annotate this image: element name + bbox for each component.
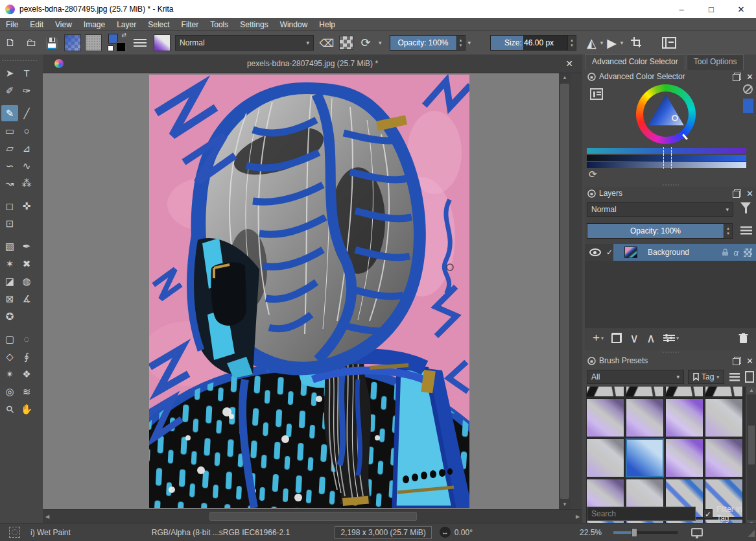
edit-shapes-tool[interactable]: ✐ bbox=[1, 82, 18, 99]
trim-to-image-button[interactable] bbox=[631, 37, 643, 49]
spin-up-icon[interactable]: ▴ bbox=[460, 38, 462, 43]
image-dimensions[interactable]: 2,198 x 3,000 (25.7 MiB) bbox=[335, 526, 431, 539]
layer-properties-button[interactable]: ▾ bbox=[663, 334, 679, 342]
brush-preset-thumbnail[interactable] bbox=[665, 398, 703, 437]
pattern-edit-tool[interactable]: ✶ bbox=[1, 256, 18, 272]
resize-grip[interactable]: ◢ bbox=[748, 527, 755, 538]
brush-preset-thumbnail[interactable] bbox=[586, 398, 624, 437]
saturation-bar[interactable] bbox=[587, 155, 746, 161]
crop-tool[interactable]: ⊡ bbox=[1, 215, 18, 232]
menu-item[interactable]: Help bbox=[313, 18, 341, 31]
duplicate-layer-button[interactable] bbox=[611, 333, 622, 343]
canvas-rotation-value[interactable]: 0.00° bbox=[455, 528, 473, 537]
close-docker-icon[interactable]: ✕ bbox=[746, 189, 753, 198]
menu-item[interactable]: File bbox=[0, 18, 24, 31]
menu-item[interactable]: View bbox=[49, 18, 78, 31]
open-document-button[interactable]: 🗀 bbox=[24, 36, 38, 50]
new-document-button[interactable]: 🗋 bbox=[3, 36, 18, 50]
menu-item[interactable]: Settings bbox=[234, 18, 274, 31]
mirror-vertical-button[interactable]: ▶ bbox=[607, 36, 617, 51]
menu-item[interactable]: Tools bbox=[204, 18, 234, 31]
text-tool[interactable]: T bbox=[18, 65, 35, 81]
chevron-down-icon[interactable]: ▾ bbox=[620, 40, 624, 46]
scroll-up-icon[interactable]: ▲ bbox=[747, 387, 756, 394]
polygon-tool[interactable]: ▱ bbox=[1, 140, 18, 156]
freehand-path-tool[interactable]: ∿ bbox=[18, 158, 35, 174]
menu-item[interactable]: Image bbox=[78, 18, 111, 31]
layer-alpha-inherit-icon[interactable] bbox=[744, 248, 752, 257]
spin-up-icon[interactable]: ▴ bbox=[727, 226, 729, 231]
layer-checked-icon[interactable]: ✓ bbox=[606, 248, 615, 257]
canvas-horizontal-scrollbar[interactable]: ◀ ▶ bbox=[43, 509, 582, 523]
brush-preset-thumbnail[interactable] bbox=[626, 439, 664, 477]
brush-preset-thumbnail[interactable] bbox=[705, 398, 743, 437]
smart-patch-tool[interactable]: ✖ bbox=[18, 256, 35, 272]
document-tab[interactable]: pexels-bdna-2807495.jpg (25.7 MiB) * ✕ bbox=[43, 54, 582, 73]
preserve-alpha-button[interactable] bbox=[339, 36, 353, 50]
brush-preset-thumbnail[interactable] bbox=[665, 387, 703, 397]
gradient-tool[interactable]: ▧ bbox=[1, 238, 18, 254]
value-bar[interactable] bbox=[587, 162, 746, 168]
opacity-slider[interactable]: Opacity: 100% bbox=[390, 35, 457, 51]
layer-alpha-icon[interactable]: α bbox=[734, 248, 738, 258]
layer-row-background[interactable]: ✓ Background α bbox=[585, 244, 756, 261]
magnetic-select-tool[interactable]: ≋ bbox=[18, 383, 35, 400]
minimize-button[interactable]: – bbox=[667, 0, 696, 18]
layer-opacity-spinner[interactable]: ▴ ▾ bbox=[724, 223, 733, 239]
float-docker-icon[interactable] bbox=[733, 73, 741, 81]
refresh-icon[interactable]: ⟳ bbox=[589, 169, 597, 180]
zoom-level-value[interactable]: 22.5% bbox=[580, 528, 602, 537]
lock-icon[interactable] bbox=[587, 357, 596, 365]
brush-settings-button[interactable] bbox=[134, 38, 148, 48]
hscroll-thumb[interactable] bbox=[209, 512, 417, 521]
brush-preset-thumbnail[interactable] bbox=[705, 387, 743, 397]
zoom-slider[interactable] bbox=[613, 531, 678, 534]
foreground-background-colors[interactable]: ⇄ bbox=[108, 34, 126, 52]
float-docker-icon[interactable] bbox=[733, 357, 741, 365]
vscroll-thumb[interactable] bbox=[560, 84, 569, 499]
spin-down-icon[interactable]: ▾ bbox=[571, 43, 573, 48]
scroll-left-icon[interactable]: ◀ bbox=[43, 510, 52, 523]
background-color-swatch[interactable] bbox=[116, 42, 126, 52]
tag-filter-select[interactable]: All ▾ bbox=[587, 370, 684, 384]
layer-name[interactable]: Background bbox=[648, 248, 689, 257]
close-docker-icon[interactable]: ✕ bbox=[746, 72, 753, 82]
similar-select-tool[interactable]: ✴ bbox=[1, 366, 18, 382]
layer-opacity-slider[interactable]: Opacity: 100% bbox=[587, 223, 724, 239]
scroll-down-icon[interactable]: ▼ bbox=[559, 500, 571, 509]
layer-visibility-icon[interactable] bbox=[589, 248, 601, 256]
tab-tool-options[interactable]: Tool Options bbox=[687, 54, 744, 70]
menu-item[interactable]: Filter bbox=[176, 18, 205, 31]
scroll-up-icon[interactable]: ▲ bbox=[559, 73, 571, 82]
display-mode-icon[interactable] bbox=[745, 371, 754, 383]
save-button[interactable]: 💾 bbox=[45, 36, 59, 50]
selection-mode-icon[interactable] bbox=[9, 527, 20, 538]
rectangle-tool[interactable]: ▭ bbox=[1, 123, 18, 139]
canvas-vertical-scrollbar[interactable]: ▲ ▼ bbox=[559, 73, 571, 509]
canvas-area[interactable]: ▲ ▼ bbox=[43, 73, 571, 509]
move-tool[interactable]: ✜ bbox=[18, 198, 35, 214]
ellipse-tool[interactable]: ○ bbox=[18, 123, 35, 139]
lock-icon[interactable] bbox=[587, 73, 596, 81]
chevron-down-icon[interactable]: ▾ bbox=[600, 40, 604, 46]
scroll-right-icon[interactable]: ▶ bbox=[573, 510, 582, 523]
zoom-slider-handle[interactable] bbox=[632, 528, 637, 537]
bezier-select-tool[interactable]: ❖ bbox=[18, 366, 35, 382]
brush-preset-thumbnail[interactable] bbox=[586, 387, 624, 397]
spin-down-icon[interactable]: ▾ bbox=[727, 231, 729, 236]
canvas-rotation-icon[interactable]: ↔ bbox=[440, 527, 451, 538]
layer-blending-mode-select[interactable]: Normal ▾ bbox=[587, 202, 733, 217]
current-color-swatch[interactable] bbox=[743, 99, 753, 113]
menu-item[interactable]: Edit bbox=[24, 18, 49, 31]
spin-down-icon[interactable]: ▾ bbox=[460, 43, 462, 48]
brush-preset-thumbnail[interactable] bbox=[626, 387, 664, 397]
workspace-chooser-button[interactable] bbox=[662, 37, 676, 49]
opacity-spinner[interactable]: ▴ ▾ bbox=[457, 35, 466, 51]
color-sampler-tool[interactable]: ✒ bbox=[18, 238, 35, 254]
hue-ring[interactable] bbox=[636, 84, 696, 144]
menu-item[interactable]: Select bbox=[142, 18, 175, 31]
search-input[interactable] bbox=[587, 507, 696, 521]
layer-lock-icon[interactable] bbox=[722, 248, 729, 256]
menu-item[interactable]: Window bbox=[274, 18, 314, 31]
swap-colors-icon[interactable]: ⇄ bbox=[121, 32, 126, 38]
